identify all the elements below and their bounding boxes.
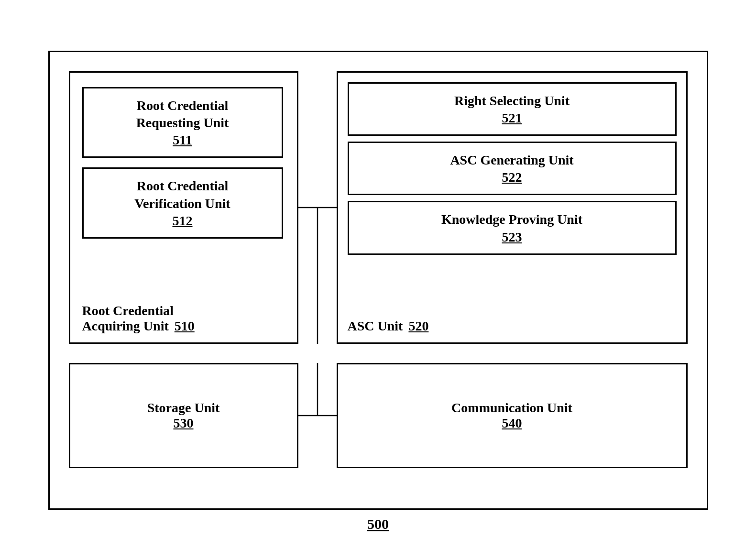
- acquiring-unit-name: Root CredentialAcquiring Unit: [82, 303, 174, 333]
- requesting-unit-511: Root CredentialRequesting Unit 511: [82, 87, 283, 158]
- knowledge-proving-unit-name: Knowledge Proving Unit: [359, 211, 666, 228]
- asc-unit-box-520: Right Selecting Unit 521 ASC Generating …: [337, 71, 688, 344]
- connector-middle-top: [298, 71, 337, 349]
- outer-unit-number: 500: [367, 516, 389, 532]
- communication-unit-540: Communication Unit 540: [337, 363, 688, 468]
- asc-generating-unit-number: 522: [502, 170, 522, 185]
- bottom-row: Storage Unit 530 Communication Unit 540: [69, 363, 688, 478]
- asc-generating-unit-name: ASC Generating Unit: [359, 152, 666, 169]
- knowledge-proving-unit-number: 523: [502, 230, 522, 245]
- asc-unit-name: ASC Unit: [348, 318, 403, 333]
- asc-generating-unit-522: ASC Generating Unit 522: [348, 142, 677, 195]
- communication-unit-number: 540: [502, 416, 522, 431]
- right-selecting-unit-521: Right Selecting Unit 521: [348, 82, 677, 136]
- acquiring-label-510: Root CredentialAcquiring Unit 510: [82, 303, 195, 334]
- top-row: Root CredentialRequesting Unit 511 Root …: [69, 71, 688, 349]
- storage-unit-number: 530: [174, 416, 194, 431]
- outer-label-500: 500: [367, 516, 389, 532]
- right-selecting-unit-number: 521: [502, 110, 522, 126]
- acquiring-unit-box-510: Root CredentialRequesting Unit 511 Root …: [69, 71, 298, 344]
- verification-unit-512: Root CredentialVerification Unit 512: [82, 167, 283, 239]
- connector-svg-bottom: [298, 363, 337, 468]
- asc-unit-number: 520: [408, 318, 428, 333]
- outer-box-500: Root CredentialRequesting Unit 511 Root …: [48, 51, 708, 510]
- verification-unit-number: 512: [173, 213, 193, 229]
- asc-label-520: ASC Unit 520: [348, 318, 429, 334]
- verification-unit-name: Root CredentialVerification Unit: [93, 177, 272, 212]
- connector-middle-bottom: [298, 363, 337, 478]
- knowledge-proving-unit-523: Knowledge Proving Unit 523: [348, 201, 677, 254]
- communication-unit-name: Communication Unit: [451, 400, 572, 416]
- connector-svg-top: [298, 71, 337, 344]
- requesting-unit-number: 511: [173, 132, 192, 148]
- main-content: Root CredentialRequesting Unit 511 Root …: [50, 52, 707, 508]
- diagram-container: Root CredentialRequesting Unit 511 Root …: [32, 29, 725, 531]
- storage-unit-name: Storage Unit: [147, 400, 220, 416]
- requesting-unit-name: Root CredentialRequesting Unit: [93, 97, 272, 132]
- storage-unit-530: Storage Unit 530: [69, 363, 298, 468]
- right-selecting-unit-name: Right Selecting Unit: [359, 92, 666, 110]
- acquiring-unit-number: 510: [175, 318, 195, 333]
